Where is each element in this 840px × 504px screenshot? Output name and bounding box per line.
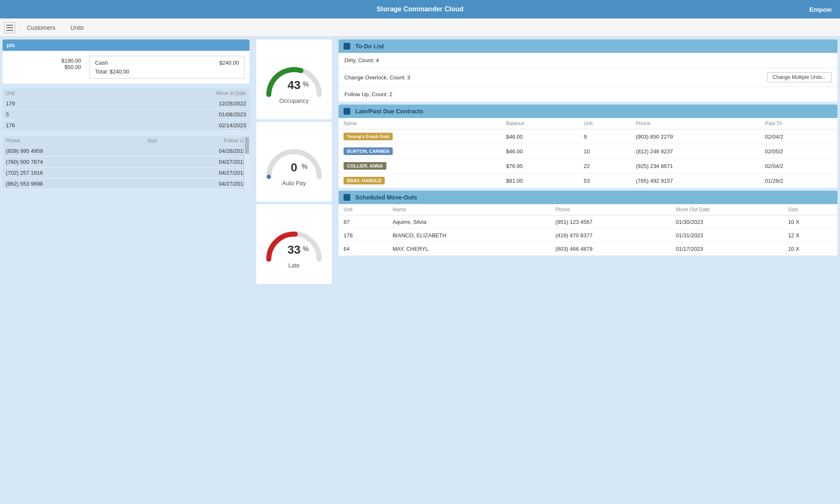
- svg-text:33: 33: [287, 243, 300, 256]
- contract-unit: 53: [579, 173, 631, 188]
- col-unit-header: Unit: [3, 89, 77, 98]
- movein-date: 01/08/2023: [77, 109, 249, 120]
- movein-row: 179 12/28/2022: [3, 98, 249, 109]
- autopay-gauge-card: 0 % Auto Pay: [256, 122, 332, 202]
- followup-row: (962) 553 9698 04/27/2018: [3, 178, 249, 189]
- contracts-col-name: Name: [339, 118, 501, 129]
- contract-balance: $76.95: [501, 159, 579, 173]
- moveouts-col-unit: Unit: [339, 204, 388, 215]
- contracts-col-phone: Phone: [631, 118, 760, 129]
- contract-name[interactable]: BRAY, HAROLD: [339, 173, 501, 188]
- late-contracts-header: Late/Past Due Contracts: [339, 105, 837, 118]
- contract-row: BRAY, HAROLD $81.00 53 (765) 492 9157 01…: [339, 173, 837, 188]
- contract-name-badge[interactable]: COLLIER, ANNA: [344, 162, 386, 170]
- moveout-name: MAY, CHERYL: [388, 242, 551, 256]
- followup-phone: (939) 995 4959: [3, 146, 117, 157]
- moveout-size: 10 X: [783, 242, 837, 256]
- contract-paid: 02/04/2: [760, 129, 837, 144]
- late-label: Late: [288, 262, 299, 269]
- followup-size: [117, 178, 160, 189]
- app-title: Storage Commander Cloud: [376, 5, 463, 13]
- contract-name-badge[interactable]: BRAY, HAROLD: [344, 177, 385, 184]
- moveout-size: 12 X: [783, 229, 837, 242]
- col-movein-header: Move In Date: [77, 89, 249, 98]
- todo-followup-text: Follow Up, Count: 2: [344, 91, 392, 97]
- moveouts-col-name: Name: [388, 204, 551, 215]
- cash-amount: $240.00: [219, 60, 239, 66]
- contract-row: COLLIER, ANNA $76.95 22 (925) 234 8671 0…: [339, 159, 837, 173]
- autopay-label: Auto Pay: [282, 180, 306, 186]
- moveouts-col-phone: Phone: [551, 204, 671, 215]
- followup-section: Phone Size Follow Up (939) 995 4959 04/2…: [3, 136, 249, 189]
- followup-date: 04/27/2018: [160, 168, 249, 178]
- moveouts-title: Scheduled Move-Outs: [355, 194, 417, 201]
- contract-row: BURTON, CARMEN $46.00 10 (812) 248 9237 …: [339, 144, 837, 159]
- contract-phone: (765) 492 9157: [631, 173, 760, 188]
- contract-paid: 02/04/2: [760, 159, 837, 173]
- svg-rect-0: [6, 25, 13, 26]
- moveouts-col-date: Move Out Date: [671, 204, 783, 215]
- late-contracts-panel: Late/Past Due Contracts Name Balance Uni…: [339, 105, 837, 188]
- contract-unit: 22: [579, 159, 631, 173]
- moveouts-col-size: Size: [783, 204, 837, 215]
- moveout-date: 01/30/2023: [671, 215, 783, 229]
- main-container: pts $190.00 $50.00 Cash $240.00 Total: $…: [0, 37, 840, 286]
- todo-item-followup: Follow Up, Count: 2: [339, 87, 837, 102]
- nav-units[interactable]: Units: [67, 23, 87, 33]
- followup-phone: (962) 553 9698: [3, 178, 117, 189]
- receipts-section: pts $190.00 $50.00 Cash $240.00 Total: $…: [3, 39, 249, 84]
- contract-unit: 9: [579, 129, 631, 144]
- movein-date: 12/28/2022: [77, 98, 249, 109]
- occupancy-gauge: 43 %: [262, 55, 326, 101]
- middle-column: 43 % Occupancy 0 % Auto Pay 33 %: [252, 37, 336, 286]
- moveout-unit: 178: [339, 229, 388, 242]
- contract-balance: $81.00: [501, 173, 579, 188]
- moveout-date: 01/31/2023: [671, 229, 783, 242]
- todo-body: Dirty, Count: 4 Change Overlock, Count: …: [339, 53, 837, 102]
- contracts-table: Name Balance Unit Phone Paid Th Young's …: [339, 118, 837, 188]
- moveouts-header: Scheduled Move-Outs: [339, 191, 837, 204]
- occupancy-gauge-card: 43 % Occupancy: [256, 39, 332, 119]
- contract-phone: (812) 248 9237: [631, 144, 760, 159]
- contract-balance: $46.00: [501, 144, 579, 159]
- receipts-cash-box: Cash $240.00 Total: $240.00: [89, 56, 244, 79]
- moveins-table: Unit Move In Date 179 12/28/2022 5 01/08…: [3, 89, 249, 131]
- followup-row: (939) 995 4959 04/26/2018: [3, 146, 249, 157]
- navbar: Customers Units: [0, 18, 840, 37]
- moveouts-panel: Scheduled Move-Outs Unit Name Phone Move…: [339, 191, 837, 256]
- moveout-name: Aquirre, Silvia: [388, 215, 551, 229]
- late-contracts-body: Name Balance Unit Phone Paid Th Young's …: [339, 118, 837, 188]
- contract-row: Young's Fresh Fish $46.00 9 (903) 850 22…: [339, 129, 837, 144]
- svg-text:%: %: [302, 163, 307, 170]
- contract-name[interactable]: COLLIER, ANNA: [339, 159, 501, 173]
- menu-icon[interactable]: [4, 22, 15, 33]
- movein-row: 5 01/08/2023: [3, 109, 249, 120]
- late-gauge: 33 %: [262, 219, 326, 265]
- svg-rect-2: [6, 30, 13, 31]
- receipts-header: pts: [3, 39, 249, 51]
- contract-name[interactable]: Young's Fresh Fish: [339, 129, 501, 144]
- moveout-phone: (419) 470 8377: [551, 229, 671, 242]
- followup-date: 04/27/2018: [160, 178, 249, 189]
- change-multiple-button[interactable]: Change Multiple Units...: [767, 72, 832, 82]
- autopay-gauge: 0 %: [262, 137, 326, 183]
- todo-header: To-Do List: [339, 39, 837, 53]
- contract-paid: 01/28/2: [760, 173, 837, 188]
- todo-item-dirty: Dirty, Count: 4: [339, 53, 837, 68]
- movein-unit: 176: [3, 120, 77, 131]
- contract-phone: (903) 850 2279: [631, 129, 760, 144]
- moveout-unit: 64: [339, 242, 388, 256]
- todo-dirty-text: Dirty, Count: 4: [344, 57, 379, 63]
- header-right-text: Empow: [809, 6, 832, 13]
- nav-customers[interactable]: Customers: [24, 23, 59, 33]
- moveout-date: 01/17/2023: [671, 242, 783, 256]
- contract-name-badge[interactable]: Young's Fresh Fish: [344, 133, 393, 140]
- receipts-body: $190.00 $50.00 Cash $240.00 Total: $240.…: [3, 51, 249, 84]
- contract-name[interactable]: BURTON, CARMEN: [339, 144, 501, 159]
- receipts-amount2: $50.00: [9, 64, 81, 70]
- movein-row: 176 02/14/2023: [3, 120, 249, 131]
- moveouts-icon: [344, 194, 350, 201]
- contract-name-badge[interactable]: BURTON, CARMEN: [344, 147, 393, 155]
- col-phone-header: Phone: [3, 136, 117, 146]
- followup-size: [117, 157, 160, 168]
